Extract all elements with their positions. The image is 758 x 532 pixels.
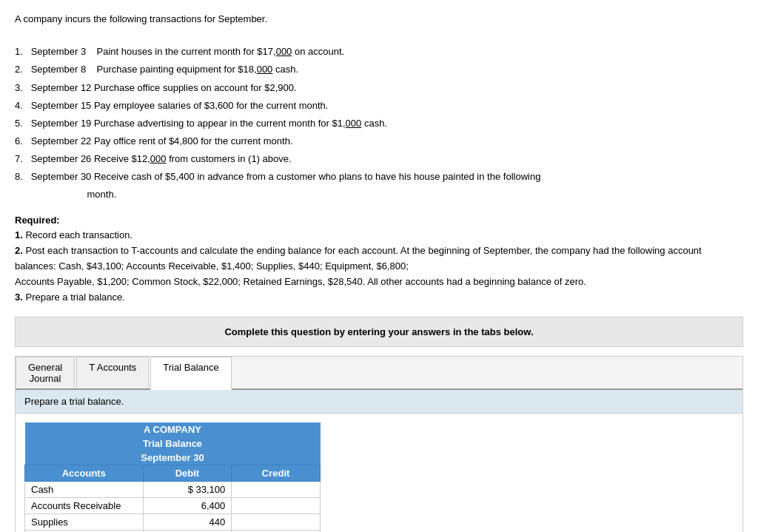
credit-cell[interactable] [232,482,321,498]
debit-cell[interactable]: 440 [143,514,232,531]
credit-cell[interactable] [232,514,321,531]
credit-col-header: Credit [232,465,321,482]
column-headers: Accounts Debit Credit [25,465,321,482]
req2: 2. Post each transaction to T-accounts a… [15,243,743,275]
problem-section: A company incurs the following transacti… [15,12,743,203]
required-section: Required: 1. Record each transaction. 2.… [15,213,743,306]
tab-content-header: Prepare a trial balance. [16,390,742,414]
report-title-header: Trial Balance [25,437,321,451]
transaction-4: 4. September 15 Pay employee salaries of… [15,98,743,113]
transaction-8-cont: month. [15,187,743,202]
req1: 1. Record each transaction. [15,228,743,243]
table-row: Supplies440 [25,514,321,531]
tab-t-accounts[interactable]: T Accounts [76,357,149,388]
tabs-container: General Journal T Accounts Trial Balance… [15,356,743,532]
date-header: September 30 [25,451,321,465]
transaction-5: 5. September 19 Purchase advertising to … [15,116,743,131]
problem-intro: A company incurs the following transacti… [15,12,743,27]
table-row: Cash$ 33,100 [25,482,321,498]
company-name-header: A COMPANY [25,422,321,437]
transaction-8: 8. September 30 Receive cash of $5,400 i… [15,169,743,184]
trial-balance-wrapper: A COMPANY Trial Balance September 30 Acc… [16,414,742,532]
account-cell[interactable]: Cash [25,482,144,498]
trial-balance-table: A COMPANY Trial Balance September 30 Acc… [24,422,321,532]
credit-cell[interactable] [232,498,321,514]
debit-cell[interactable]: $ 33,100 [143,482,232,498]
account-cell[interactable]: Supplies [25,514,144,531]
req3: 3. Prepare a trial balance. [15,290,743,306]
transaction-2: 2. September 8 Purchase painting equipme… [15,62,743,77]
debit-col-header: Debit [143,465,232,482]
transaction-1: 1. September 3 Paint houses in the curre… [15,44,743,59]
debit-cell[interactable]: 6,400 [143,498,232,514]
tab-general-journal[interactable]: General Journal [16,357,75,388]
transaction-3: 3. September 12 Purchase office supplies… [15,81,743,95]
transactions-list: 1. September 3 Paint houses in the curre… [15,44,743,202]
table-row: Accounts Receivable6,400 [25,498,321,514]
tabs-row: General Journal T Accounts Trial Balance [16,357,742,390]
trial-balance-body: Cash$ 33,100Accounts Receivable6,400Supp… [25,482,321,532]
instructions-box: Complete this question by entering your … [15,317,743,347]
transaction-7: 7. September 26 Receive $12,000 from cus… [15,152,743,166]
required-label: Required: [15,213,743,229]
req2-cont: Accounts Payable, $1,200; Common Stock, … [15,275,743,290]
transaction-6: 6. September 22 Pay office rent of $4,80… [15,134,743,149]
tab-trial-balance[interactable]: Trial Balance [150,357,231,390]
accounts-col-header: Accounts [25,465,144,482]
account-cell[interactable]: Accounts Receivable [25,498,144,514]
